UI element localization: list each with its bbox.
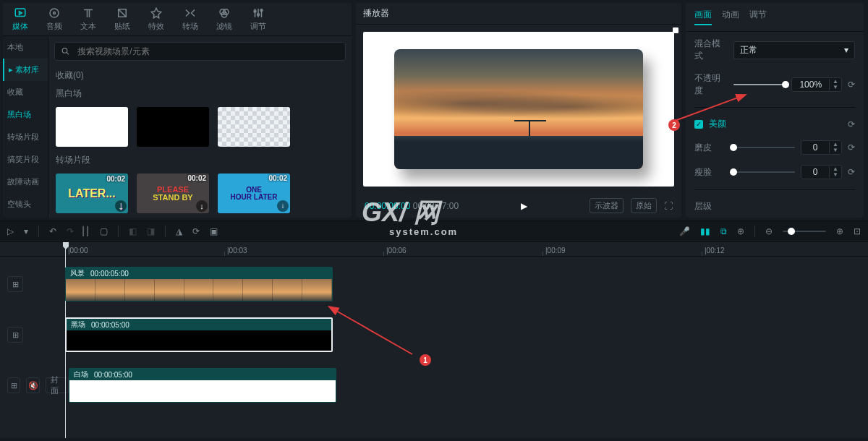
sidebar-item-library[interactable]: ▸ 素材库 xyxy=(3,59,48,81)
tab-audio[interactable]: 音频 xyxy=(37,3,71,35)
mirror-icon[interactable]: ◮ xyxy=(176,226,182,236)
thumb-standby[interactable]: PLEASESTAND BY 00:02 ↓ xyxy=(137,174,209,213)
tab-adjust[interactable]: 调节 xyxy=(241,3,275,35)
search-icon xyxy=(61,46,70,56)
tab-adjust[interactable]: 调节 xyxy=(749,9,767,25)
top-nav: 媒体 音频 文本 贴纸 特效 xyxy=(3,3,352,36)
svg-point-3 xyxy=(53,12,55,14)
sidebar-item-transclip[interactable]: 转场片段 xyxy=(3,126,48,148)
link-icon[interactable]: ⧉ xyxy=(720,226,727,236)
search-input[interactable] xyxy=(76,46,339,57)
resize-handle[interactable] xyxy=(673,27,678,33)
thumb-black[interactable] xyxy=(137,107,209,147)
library-body: 收藏(0) 黑白场 转场片段 LATER... 00:02 ↓ xyxy=(48,36,352,218)
tab-text[interactable]: 文本 xyxy=(71,3,105,35)
play-button[interactable]: ▶ xyxy=(521,201,527,211)
beauty-checkbox[interactable]: ✓ xyxy=(694,120,703,129)
thumb-hourlater[interactable]: ONEHOUR LATER 00:02 ↓ xyxy=(218,174,290,213)
media-panel: 媒体 音频 文本 贴纸 特效 xyxy=(3,3,352,218)
svg-point-11 xyxy=(62,48,67,53)
download-icon[interactable]: ↓ xyxy=(115,200,127,212)
rotate-icon[interactable]: ⟳ xyxy=(192,226,200,236)
thumb-transparent[interactable] xyxy=(218,107,290,147)
tool-cut-right[interactable]: ◨ xyxy=(147,226,155,236)
reset-icon[interactable]: ⟳ xyxy=(848,142,855,153)
reset-icon[interactable]: ⟳ xyxy=(848,167,855,177)
crop-icon[interactable]: ▣ xyxy=(210,226,218,236)
zoom-in-icon[interactable]: ⊕ xyxy=(836,226,843,236)
search-input-wrap[interactable] xyxy=(54,42,346,61)
mic-icon[interactable]: 🎤 xyxy=(679,226,690,236)
svg-point-2 xyxy=(50,9,59,17)
sidebar-item-intro[interactable]: 片头 xyxy=(3,215,48,218)
undo-icon[interactable]: ↶ xyxy=(49,226,56,236)
sidebar-item-favorite[interactable]: 收藏 xyxy=(3,81,48,103)
align-icon[interactable]: ⊕ xyxy=(737,226,744,236)
track-toggle[interactable]: ⊞ xyxy=(7,276,23,292)
timeline: |00:00 |00:03 |00:06 |00:09 |00:12 ⊞ 风景0… xyxy=(0,242,868,438)
preview-image xyxy=(394,49,643,170)
face-slider[interactable] xyxy=(733,171,795,173)
original-button[interactable]: 原始 xyxy=(631,198,657,213)
svg-marker-1 xyxy=(19,12,22,15)
magnet-icon[interactable]: ▮▮ xyxy=(700,226,710,236)
section-blackwhite: 黑白场 xyxy=(48,85,352,103)
zoom-fit-icon[interactable]: ⊡ xyxy=(854,226,861,236)
clip-video[interactable]: 风景00:00:05:00 xyxy=(65,267,333,301)
chevron-down-icon: ▾ xyxy=(844,45,848,55)
skin-slider[interactable] xyxy=(733,147,795,148)
cursor-tool[interactable]: ▷ xyxy=(7,226,14,236)
delete-icon[interactable]: ▢ xyxy=(100,226,108,236)
scope-button[interactable]: 示波器 xyxy=(590,198,624,213)
zoom-out-icon[interactable]: ⊖ xyxy=(765,226,773,236)
player-stage[interactable] xyxy=(363,32,674,187)
zoom-slider[interactable] xyxy=(783,231,826,232)
sidebar-item-local[interactable]: 本地 xyxy=(3,36,48,59)
tab-media[interactable]: 媒体 xyxy=(3,3,37,35)
tab-filter[interactable]: 滤镜 xyxy=(207,3,241,35)
tab-anim[interactable]: 动画 xyxy=(722,9,739,25)
favorite-count: 收藏(0) xyxy=(48,67,352,85)
player-controls: 00:00:00:00 00:00:07:00 ▶ 示波器 原始 ⛶ xyxy=(356,194,681,218)
fullscreen-icon[interactable]: ⛶ xyxy=(664,201,673,211)
face-row: 瘦脸 0 ▲▼ ⟳ xyxy=(694,165,855,179)
inspector-tabs: 画面 动画 调节 xyxy=(686,3,864,32)
sidebar-item-glitch[interactable]: 故障动画 xyxy=(3,171,48,193)
redo-icon[interactable]: ↷ xyxy=(67,226,74,236)
skin-value[interactable]: 0 ▲▼ xyxy=(801,140,842,155)
player-panel: 播放器 00:00:00:00 00:00:07:00 ▶ 示波器 原始 ⛶ xyxy=(356,3,681,218)
sidebar-item-empty[interactable]: 空镜头 xyxy=(3,193,48,215)
tab-sticker[interactable]: 贴纸 xyxy=(105,3,139,35)
thumb-later[interactable]: LATER... 00:02 ↓ xyxy=(56,174,128,213)
tool-cut-left[interactable]: ◧ xyxy=(129,226,137,236)
blend-select[interactable]: 正常 ▾ xyxy=(733,41,855,59)
ruler[interactable]: |00:00 |00:03 |00:06 |00:09 |00:12 xyxy=(0,242,868,257)
reset-icon[interactable]: ⟳ xyxy=(848,119,855,129)
sidebar-item-blackwhite[interactable]: 黑白场 xyxy=(3,103,48,126)
clip-black[interactable]: 黑场00:00:05:00 xyxy=(65,317,333,352)
layer-row: 层级 1 2 xyxy=(694,200,855,218)
track-toggle[interactable]: ⊞ xyxy=(7,327,23,343)
skin-row: 磨皮 0 ▲▼ ⟳ xyxy=(694,140,855,155)
split-icon[interactable]: ⎮⎮ xyxy=(81,226,90,236)
clip-white[interactable]: 白场00:00:05:00 xyxy=(69,368,336,403)
download-icon[interactable]: ↓ xyxy=(196,200,208,212)
blend-row: 混合模式 正常 ▾ xyxy=(694,38,855,62)
tab-effect[interactable]: 特效 xyxy=(139,3,173,35)
track-toggle[interactable]: ⊞ xyxy=(7,377,20,393)
inspector-panel: 画面 动画 调节 混合模式 正常 ▾ 不透明度 100% ▲▼ xyxy=(686,3,864,218)
sidebar-item-funny[interactable]: 搞笑片段 xyxy=(3,148,48,171)
player-title: 播放器 xyxy=(356,3,681,25)
face-value[interactable]: 0 ▲▼ xyxy=(801,165,842,179)
thumb-white[interactable] xyxy=(56,107,128,147)
chevron-down-icon[interactable]: ▾ xyxy=(24,226,28,236)
library-sidebar: 本地 ▸ 素材库 收藏 黑白场 转场片段 搞笑片段 故障动画 空镜头 片头 xyxy=(3,36,48,218)
mute-icon[interactable]: 🔇 xyxy=(26,377,39,393)
tab-picture[interactable]: 画面 xyxy=(694,9,712,25)
reset-icon[interactable]: ⟳ xyxy=(848,80,855,90)
timecode: 00:00:00:00 00:00:07:00 xyxy=(365,201,459,211)
download-icon[interactable]: ↓ xyxy=(277,200,289,212)
opacity-value[interactable]: 100% ▲▼ xyxy=(791,77,842,92)
opacity-slider[interactable] xyxy=(733,84,786,85)
tab-transition[interactable]: 转场 xyxy=(173,3,207,35)
